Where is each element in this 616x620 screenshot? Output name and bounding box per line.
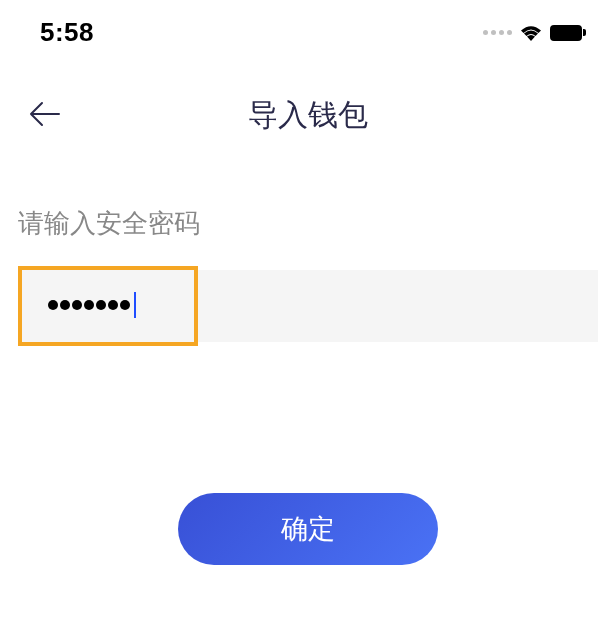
password-dot <box>60 300 70 310</box>
password-dot <box>48 300 58 310</box>
back-button[interactable] <box>24 96 66 136</box>
password-dot <box>120 300 130 310</box>
wifi-icon <box>520 25 542 41</box>
back-arrow-icon <box>29 101 61 127</box>
battery-icon <box>550 25 586 41</box>
confirm-button[interactable]: 确定 <box>178 493 438 565</box>
text-cursor <box>134 292 136 318</box>
button-container: 确定 <box>0 493 616 565</box>
password-value <box>48 292 136 318</box>
content-area: 请输入安全密码 <box>0 146 616 241</box>
signal-dots-icon <box>483 30 512 35</box>
status-time: 5:58 <box>40 17 94 48</box>
password-dot <box>72 300 82 310</box>
page-title: 导入钱包 <box>24 95 592 136</box>
status-icons <box>483 25 586 41</box>
nav-bar: 导入钱包 <box>0 55 616 146</box>
password-dot <box>84 300 94 310</box>
password-label: 请输入安全密码 <box>18 206 598 241</box>
password-dot <box>96 300 106 310</box>
password-dot <box>108 300 118 310</box>
status-bar: 5:58 <box>0 0 616 55</box>
